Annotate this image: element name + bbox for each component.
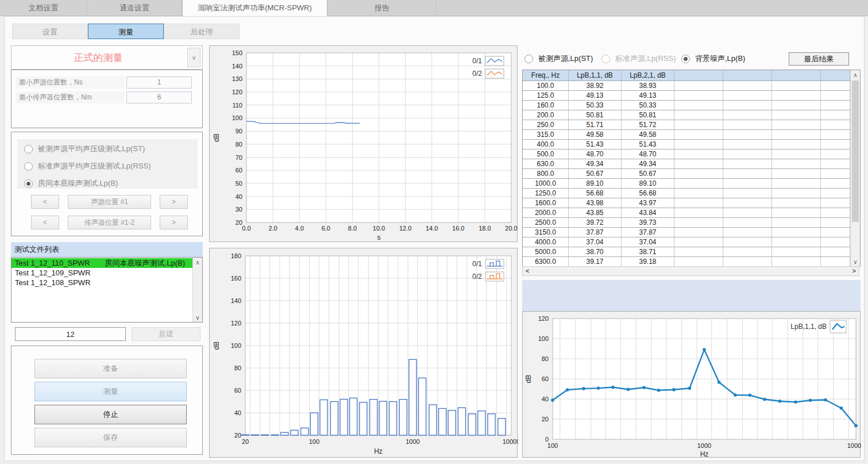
table-vertical-scrollbar[interactable]: ∧ ∨ xyxy=(850,70,860,266)
svg-text:0/2: 0/2 xyxy=(472,273,482,281)
table-row[interactable]: 100.038.9238.93 xyxy=(523,81,850,91)
tab-2[interactable]: 通道设置 xyxy=(88,0,182,16)
svg-text:20: 20 xyxy=(242,438,249,445)
subtab-2[interactable]: 测量 xyxy=(88,24,164,39)
table-row[interactable]: 160.050.3350.33 xyxy=(523,101,850,110)
table-row[interactable]: 6300.039.1739.18 xyxy=(523,257,850,266)
param-value-field[interactable]: 6 xyxy=(126,91,192,103)
table-cell xyxy=(821,81,850,91)
source-position-prev-button[interactable]: < xyxy=(31,195,59,209)
table-row[interactable]: 2500.039.7239.73 xyxy=(523,218,850,228)
radio-icon[interactable] xyxy=(601,55,610,63)
content-area: 设置测量后处理 正式的测量 ∨ 最小声源位置数，Ns1最小传声器位置数，Nm6 … xyxy=(4,16,865,461)
measurement-mode-dropdown[interactable]: 正式的测量 ∨ xyxy=(11,45,203,70)
table-cell xyxy=(723,130,772,140)
table-horizontal-scrollbar[interactable]: < > xyxy=(522,266,859,276)
table-row[interactable]: 1000.089.1089.10 xyxy=(523,179,850,189)
table-header-cell xyxy=(674,70,723,80)
subtab-1[interactable]: 设置 xyxy=(12,24,88,39)
table-cell xyxy=(674,189,723,198)
radio-icon[interactable] xyxy=(24,179,33,188)
table-cell: 39.17 xyxy=(569,257,622,266)
table-row[interactable]: 125.049.1349.13 xyxy=(523,91,850,101)
table-row[interactable]: 5000.038.7038.71 xyxy=(523,247,850,257)
mic-position-next-button[interactable]: > xyxy=(160,216,188,229)
table-cell: 38.70 xyxy=(569,247,622,257)
table-cell xyxy=(723,81,772,91)
scroll-down-icon[interactable]: ∨ xyxy=(851,257,860,266)
table-row[interactable]: 800.050.6750.67 xyxy=(523,169,850,179)
table-row[interactable]: 315.049.5849.58 xyxy=(523,130,850,140)
radio-icon[interactable] xyxy=(24,162,33,171)
chevron-down-icon[interactable]: ∨ xyxy=(187,48,200,67)
table-header-cell xyxy=(821,70,850,80)
table-row[interactable]: 1250.056.6856.68 xyxy=(523,189,850,198)
tab-4[interactable]: 报告 xyxy=(328,0,437,16)
file-list[interactable]: Test 1_12_110_SPWR房间本底噪声测试,Lp(B)Test 1_1… xyxy=(11,257,203,323)
table-cell: 1000.0 xyxy=(523,179,569,189)
test-type-option[interactable]: 被测声源平均声压级测试,Lp(ST) xyxy=(24,144,145,154)
app-window: 文档设置通道设置混响室法测试声功率(MCR-SPWR)报告 设置测量后处理 正式… xyxy=(0,0,868,464)
subtab-3[interactable]: 后处理 xyxy=(164,24,240,39)
table-row[interactable]: 200.050.8150.81 xyxy=(523,110,850,120)
scroll-right-icon[interactable]: > xyxy=(852,267,856,275)
table-cell xyxy=(821,179,850,189)
file-name: Test 1_12_110_SPWR xyxy=(15,259,90,267)
table-row[interactable]: 630.049.3449.34 xyxy=(523,159,850,169)
file-list-item[interactable]: Test 1_12_110_SPWR房间本底噪声测试,Lp(B) xyxy=(11,258,192,268)
svg-text:18.0: 18.0 xyxy=(479,225,491,232)
table-row[interactable]: 400.051.4351.43 xyxy=(523,140,850,149)
scroll-up-icon[interactable]: ∧ xyxy=(193,258,202,267)
file-list-title: 测试文件列表 xyxy=(11,242,203,257)
scroll-up-icon[interactable]: ∧ xyxy=(851,70,860,79)
radio-icon[interactable] xyxy=(524,55,533,63)
table-row[interactable]: 500.048.7048.70 xyxy=(523,149,850,159)
action-button-3[interactable]: 停止 xyxy=(34,405,187,424)
tab-3[interactable]: 混响室法测试声功率(MCR-SPWR) xyxy=(182,0,327,16)
scrollbar-thumb[interactable] xyxy=(852,80,859,222)
table-row[interactable]: 250.051.7151.72 xyxy=(523,120,850,130)
table-row[interactable]: 2000.043.8543.84 xyxy=(523,208,850,218)
action-button-4[interactable]: 保存 xyxy=(34,428,187,447)
scroll-down-icon[interactable]: ∨ xyxy=(193,313,202,322)
scroll-left-icon[interactable]: < xyxy=(526,267,529,275)
result-view-option[interactable]: 背景噪声,Lp(B) xyxy=(681,53,745,64)
table-header-cell: LpB,2,1, dB xyxy=(622,70,674,80)
file-list-scrollbar[interactable]: ∧ ∨ xyxy=(192,258,202,322)
table-cell: 50.67 xyxy=(569,169,622,179)
radio-icon[interactable] xyxy=(681,55,690,63)
source-position-next-button[interactable]: > xyxy=(160,195,188,209)
file-list-item[interactable]: Test 1_12_108_SPWR xyxy=(11,278,192,287)
table-cell: 43.97 xyxy=(622,198,674,208)
final-result-button[interactable]: 最后结果 xyxy=(789,52,849,66)
test-type-option[interactable]: 标准声源平均声压级测试,Lp(RSS) xyxy=(24,161,151,171)
file-count-button[interactable]: 12 xyxy=(15,327,126,341)
param-value-field[interactable]: 1 xyxy=(126,76,192,89)
table-cell: 250.0 xyxy=(523,120,569,130)
svg-text:0/2: 0/2 xyxy=(472,70,482,78)
source-position-button[interactable]: 声源位置 #1 xyxy=(68,195,151,209)
svg-text:80: 80 xyxy=(236,141,242,148)
table-row[interactable]: 4000.037.0437.04 xyxy=(523,237,850,247)
results-table: Freq., HzLpB,1,1, dBLpB,2,1, dB100.038.9… xyxy=(522,70,861,267)
test-type-option[interactable]: 房间本底噪声测试,Lp(B) xyxy=(24,178,118,189)
table-cell: 49.13 xyxy=(622,91,674,101)
table-cell xyxy=(674,91,723,101)
action-button-1[interactable]: 准备 xyxy=(34,359,187,378)
mic-position-button[interactable]: 传声器位置 #1-2 xyxy=(68,216,151,229)
svg-text:80: 80 xyxy=(234,365,241,371)
result-view-option[interactable]: 被测声源,Lp(ST) xyxy=(524,53,593,64)
table-cell: 51.72 xyxy=(622,120,674,130)
table-row[interactable]: 3150.037.8737.87 xyxy=(523,228,850,237)
table-cell xyxy=(821,120,850,130)
table-row[interactable]: 1600.043.9843.97 xyxy=(523,198,850,208)
svg-text:Hz: Hz xyxy=(374,447,383,455)
result-view-option[interactable]: 标准声源,Lp(RSS) xyxy=(601,53,676,64)
new-file-button[interactable]: 新建 xyxy=(132,327,200,341)
mic-position-prev-button[interactable]: < xyxy=(31,216,59,229)
radio-icon[interactable] xyxy=(24,145,33,154)
svg-text:180: 180 xyxy=(231,252,241,259)
tab-1[interactable]: 文档设置 xyxy=(0,0,87,16)
action-button-2[interactable]: 测量 xyxy=(34,382,187,401)
file-list-item[interactable]: Test 1_12_109_SPWR xyxy=(11,268,192,278)
